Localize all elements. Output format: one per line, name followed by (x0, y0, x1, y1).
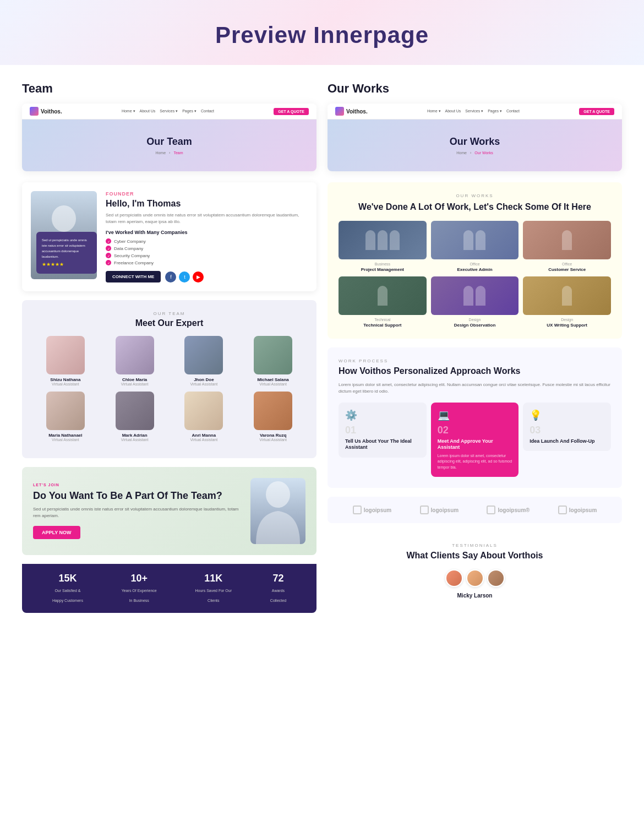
member-role: Virtual Assistant (241, 438, 305, 442)
join-desc: Sed ut perspiciatis unde omnis iste natu… (33, 506, 242, 519)
testimonials-tag: TESTIMONIALS (339, 543, 611, 548)
process-desc: Lorem ipsum dolor sit amet, consectetur … (339, 382, 611, 395)
works-hero-banner: Our Works Home › Our Works (328, 119, 622, 171)
founder-name: Hello, I'm Thomas (106, 199, 308, 209)
step-3-number: 03 (530, 425, 604, 436)
works-tag: OUR WORKS (339, 193, 611, 198)
stat-number: 72 (270, 573, 286, 584)
process-section: WORK PROCESS How Voithos Personalized Ap… (328, 347, 622, 488)
team-member: Varona Ruzq Virtual Assistant (241, 392, 305, 442)
work-name: Customer Service (523, 267, 611, 272)
work-category: Design (523, 318, 611, 322)
team-grid-row2: Maria Nathanael Virtual Assistant Mark A… (33, 392, 305, 442)
team-section-label: Team (17, 81, 322, 96)
founder-companies: ✓ Cyber Company ✓ Data Company ✓ Securit… (106, 238, 308, 265)
stat-satisfied: 15K Our Satisfied &Happy Customers (52, 573, 83, 604)
work-name: Technical Support (339, 323, 427, 328)
stat-awards: 72 AwardsCollected (270, 573, 286, 604)
company-item: ✓ Cyber Company (106, 238, 308, 244)
testimonials-title: What Clients Say About Vorthois (339, 550, 611, 562)
step-3-icon: 💡 (530, 409, 604, 421)
step-2-desc: Lorem ipsum dolor sit amet, consectetur … (438, 453, 512, 471)
work-item-customer-service[interactable]: Office Customer Service (523, 221, 611, 272)
stat-number: 10+ (122, 573, 157, 584)
founder-actions: CONNECT WITH ME f t ▶ (106, 271, 308, 282)
team-member: Maria Nathanael Virtual Assistant (33, 392, 98, 442)
apply-now-button[interactable]: APPLY NOW (33, 526, 80, 539)
work-name: Design Observation (431, 323, 519, 328)
stat-label: AwardsCollected (270, 589, 286, 602)
logo-icon (335, 107, 344, 116)
join-person-image (250, 478, 305, 544)
member-name: Maria Nathanael (33, 433, 98, 438)
stat-label: Our Satisfied &Happy Customers (52, 589, 83, 602)
reviewer-name: Micky Larson (339, 593, 611, 599)
logo-icon-sq (558, 506, 567, 514)
stats-bar: 15K Our Satisfied &Happy Customers 10+ Y… (22, 564, 316, 613)
logo-icon-sq (353, 506, 362, 514)
works-column: Our Works Voithos. Home ▾ About Us Servi… (322, 81, 627, 622)
founder-profile-card: Sed ut perspiciatis unde omnis iste natu… (22, 182, 316, 291)
work-item-executive-admin[interactable]: Office Executive Admin (431, 221, 519, 272)
work-item-design-observation[interactable]: Design Design Observation (431, 276, 519, 328)
works-mini-logo: Voithos. (335, 107, 368, 116)
meet-expert-section: OUR TEAM Meet Our Expert Shizu Nathana V… (22, 300, 316, 458)
reviewer-avatar-2 (466, 569, 484, 587)
work-thumb (339, 276, 427, 315)
member-photo (116, 392, 154, 430)
join-title: Do You Want To Be A Part Of The Team? (33, 490, 242, 502)
member-role: Virtual Assistant (102, 382, 167, 386)
member-photo (46, 336, 85, 374)
testimonials-section: TESTIMONIALS What Clients Say About Vort… (328, 532, 622, 610)
stat-label: Years Of ExperienceIn Business (122, 589, 157, 602)
reviewer-avatar-3 (487, 569, 505, 587)
work-item-ux-writing[interactable]: Design UX Writing Support (523, 276, 611, 328)
team-member: Michael Salana Virtual Assistant (241, 336, 305, 386)
logo-icon-sq (487, 506, 495, 514)
works-mini-nav: Voithos. Home ▾ About Us Services ▾ Page… (328, 104, 622, 119)
member-photo (46, 392, 85, 430)
step-2-number: 02 (438, 425, 512, 436)
team-member: Mark Adrian Virtual Assistant (102, 392, 167, 442)
work-thumb (523, 221, 611, 259)
company-item: ✓ Freelance Company (106, 260, 308, 265)
connect-button[interactable]: CONNECT WITH ME (106, 271, 161, 282)
work-category: Design (431, 318, 519, 322)
team-mini-nav-links: Home ▾ About Us Services ▾ Pages ▾ Conta… (122, 109, 214, 113)
founder-worked-title: I've Worked With Many Companies (106, 230, 308, 235)
member-photo (254, 392, 292, 430)
svg-point-1 (266, 481, 290, 508)
testimonials-avatars (339, 569, 611, 587)
work-thumb (431, 221, 519, 259)
logo-item-4: logoipsum (558, 506, 597, 514)
founder-info: FOUNDER Hello, I'm Thomas Sed ut perspic… (106, 191, 308, 282)
member-photo (116, 336, 154, 374)
member-name: Jhon Doe (172, 377, 237, 382)
page-title: Preview Innerpage (11, 22, 633, 48)
work-category: Technical (339, 318, 427, 322)
founder-photo: Sed ut perspiciatis unde omnis iste natu… (31, 191, 97, 279)
meet-title: Meet Our Expert (33, 318, 305, 328)
works-nav-cta[interactable]: GET A QUOTE (579, 108, 614, 115)
work-category: Office (523, 262, 611, 266)
step-2-title: Meet And Approve Your Assistant (438, 438, 512, 451)
logos-section: logoipsum logoipsum logoipsum® logoipsum (328, 497, 622, 523)
facebook-icon[interactable]: f (165, 271, 176, 282)
step-1-number: 01 (345, 425, 420, 436)
member-role: Virtual Assistant (172, 382, 237, 386)
team-grid-row1: Shizu Nathana Virtual Assistant Chloe Ma… (33, 336, 305, 386)
twitter-icon[interactable]: t (179, 271, 190, 282)
team-member: Anri Manna Virtual Assistant (172, 392, 237, 442)
member-name: Shizu Nathana (33, 377, 98, 382)
main-grid: Team Voithos. Home ▾ About Us Services ▾… (0, 65, 644, 622)
process-step-1: ⚙️ 01 Tell Us About Your The Ideal Assis… (339, 403, 427, 458)
work-thumb (523, 276, 611, 315)
member-name: Chloe Maria (102, 377, 167, 382)
work-item-technical-support[interactable]: Technical Technical Support (339, 276, 427, 328)
work-thumb (431, 276, 519, 315)
work-category: Business (339, 262, 427, 266)
stat-number: 15K (52, 573, 83, 584)
work-item-project-management[interactable]: Business Project Management (339, 221, 427, 272)
team-nav-cta[interactable]: GET A QUOTE (274, 108, 309, 115)
youtube-icon[interactable]: ▶ (193, 271, 204, 282)
